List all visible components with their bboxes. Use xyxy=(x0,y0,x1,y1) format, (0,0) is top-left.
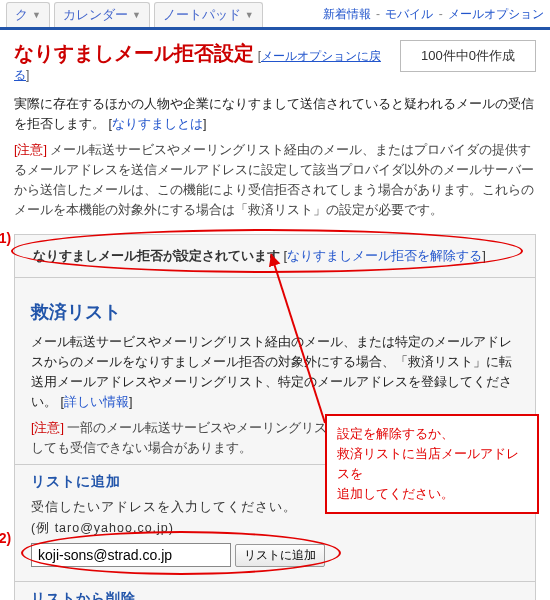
tab-calendar[interactable]: カレンダー▼ xyxy=(54,2,150,27)
add-example: (例 taro@yahoo.co.jp) xyxy=(31,520,519,537)
tab-notepad[interactable]: ノートパッド▼ xyxy=(154,2,263,27)
link-new[interactable]: 新着情報 xyxy=(323,7,371,21)
disable-spoofing-link[interactable]: なりすましメール拒否を解除する xyxy=(287,248,482,263)
chevron-down-icon: ▼ xyxy=(32,10,41,20)
intro-text: 実際に存在するほかの人物や企業になりすまして送信されていると疑われるメールの受信… xyxy=(14,94,536,134)
page-body: なりすましメール拒否設定 [メールオプションに戻る] 100件中0件作成 実際に… xyxy=(0,30,550,600)
chevron-down-icon: ▼ xyxy=(132,10,141,20)
page-title: なりすましメール拒否設定 xyxy=(14,42,254,64)
link-mail-options[interactable]: メールオプション xyxy=(448,7,544,21)
what-is-spoofing-link[interactable]: なりすましとは xyxy=(112,117,203,131)
rescue-list-title: 救済リスト xyxy=(31,300,519,324)
top-links: 新着情報 - モバイル - メールオプション xyxy=(323,6,544,23)
count-box: 100件中0件作成 xyxy=(400,40,536,72)
annotation-1-label: (1) xyxy=(0,230,11,246)
annotation-2-label: (2) xyxy=(0,530,11,546)
caution-text: [注意] メール転送サービスやメーリングリスト経由のメール、またはプロバイダの提… xyxy=(14,140,536,220)
status-line: なりすましメール拒否が設定されています [なりすましメール拒否を解除する] xyxy=(15,235,535,277)
rescue-body: メール転送サービスやメーリングリスト経由のメール、または特定のメールアドレスから… xyxy=(31,332,519,412)
tab-ku[interactable]: ク▼ xyxy=(6,2,50,27)
chevron-down-icon: ▼ xyxy=(245,10,254,20)
top-tab-bar: ク▼ カレンダー▼ ノートパッド▼ 新着情報 - モバイル - メールオプション xyxy=(0,0,550,30)
rescue-more-link[interactable]: 詳しい情報 xyxy=(64,395,129,409)
address-input[interactable] xyxy=(31,543,231,567)
add-to-list-button[interactable]: リストに追加 xyxy=(235,544,325,567)
annotation-callout: 設定を解除するか、 救済リストに当店メールアドレスを 追加してください。 xyxy=(325,414,539,514)
link-mobile[interactable]: モバイル xyxy=(385,7,433,21)
settings-panel: なりすましメール拒否が設定されています [なりすましメール拒否を解除する] 救済… xyxy=(14,234,536,600)
delete-from-list-title: リストから削除 xyxy=(31,590,519,600)
